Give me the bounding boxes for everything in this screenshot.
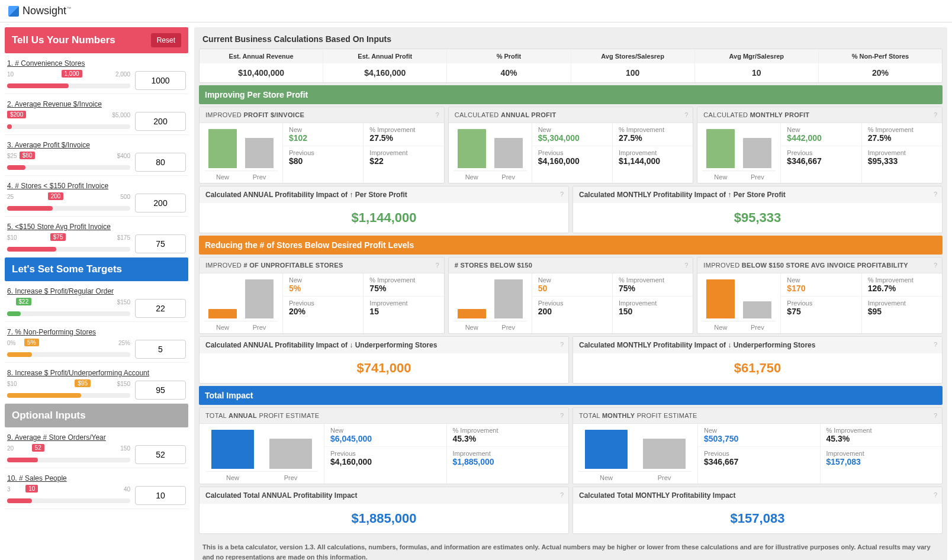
slider-input[interactable] (135, 340, 186, 359)
slider-input[interactable] (135, 381, 186, 400)
band-total-impact: Total Impact (199, 386, 943, 405)
stat-key: New (289, 126, 357, 133)
impact-header: Calculated MONTHLY Profitability Impact … (573, 186, 942, 203)
stat-prev: 200 (538, 307, 606, 316)
impact-total-monthly: ?Calculated Total MONTHLY Profitability … (573, 487, 943, 534)
slider-input[interactable] (135, 299, 186, 318)
slider-s6: 6. Increase $ Profit/Regular Order $22 $… (5, 281, 188, 322)
card-header: # STORES BELOW $150 (449, 258, 693, 273)
slider-track[interactable] (7, 124, 130, 129)
help-icon[interactable]: ? (934, 491, 937, 498)
calc-label: % Profit (447, 49, 570, 63)
impact-header: Calculated Total ANNUAL Profitability Im… (200, 487, 568, 504)
slider-input[interactable] (135, 194, 186, 213)
stat-pct: 45.3% (826, 434, 937, 443)
card-header: TOTAL MONTHLY PROFIT ESTIMATE (573, 408, 942, 424)
card-orange-c1: ? IMPROVED # OF UNPROFITABLE STORES NewP… (199, 257, 445, 334)
slider-bubble: $75 (50, 233, 66, 241)
card-green-c2: ? CALCULATED ANNUAL PROFIT NewPrev New$5… (448, 107, 694, 184)
bar-new (458, 129, 486, 168)
slider-input[interactable] (135, 71, 186, 90)
slider-input[interactable] (135, 445, 186, 464)
bar-label-prev: Prev (269, 474, 312, 481)
slider-track[interactable] (7, 458, 130, 462)
slider-label: 8. Increase $ Profit/Underperforming Acc… (7, 369, 186, 377)
help-icon[interactable]: ? (560, 341, 564, 348)
calc-label: Avg Mgr/Salesrep (695, 49, 818, 63)
card-chart: NewPrev (200, 424, 324, 484)
stat-key: % Improvement (826, 427, 937, 434)
stat-key: % Improvement (619, 276, 687, 284)
impact-annual-per-store: ?Calculated ANNUAL Profitability Impact … (199, 186, 569, 233)
calc-value: $4,160,000 (323, 63, 446, 82)
help-icon[interactable]: ? (684, 262, 688, 269)
stat-prev: $75 (787, 307, 855, 316)
stat-key: New (330, 427, 440, 434)
current-calc-row: Est. Annual Revenue$10,400,000 Est. Annu… (199, 49, 943, 83)
slider-label: 9. Average # Store Orders/Year (7, 433, 186, 442)
stat-key: Improvement (826, 450, 937, 457)
help-icon[interactable]: ? (934, 262, 937, 269)
stat-key: Previous (330, 450, 440, 457)
help-icon[interactable]: ? (560, 491, 564, 498)
stat-new: $5,304,000 (538, 133, 606, 143)
help-icon[interactable]: ? (436, 111, 439, 118)
help-icon[interactable]: ? (934, 191, 937, 198)
impact-header: Calculated Total MONTHLY Profitability I… (573, 487, 942, 504)
slider-track[interactable] (7, 311, 130, 316)
stat-key: Improvement (369, 149, 438, 156)
impact-monthly-per-store: ?Calculated MONTHLY Profitability Impact… (573, 186, 943, 233)
bar-label-new: New (208, 173, 237, 181)
slider-max: $150 (117, 299, 130, 305)
bar-prev (494, 138, 523, 168)
band-improving-profit: Improving Per Store Profit (199, 85, 943, 104)
slider-track[interactable] (7, 206, 130, 211)
slider-track[interactable] (7, 83, 130, 88)
card-header: CALCULATED MONTHLY PROFIT (697, 107, 942, 123)
slider-bubble: $95 (75, 379, 91, 387)
bar-new (208, 309, 237, 319)
slider-bubble: $200 (7, 111, 26, 118)
stat-key: Previous (538, 300, 606, 307)
slider-min: $10 (7, 234, 17, 241)
stat-prev: $4,160,000 (538, 156, 606, 166)
slider-input[interactable] (135, 486, 186, 505)
slider-min: 3 (7, 486, 11, 493)
optional-header: Optional Inputs (5, 404, 188, 427)
slider-label: 7. % Non-Performing Stores (7, 328, 186, 336)
slider-label: 6. Increase $ Profit/Regular Order (7, 287, 186, 295)
help-icon[interactable]: ? (934, 341, 937, 348)
help-icon[interactable]: ? (684, 111, 688, 118)
impact-value: $157,083 (573, 504, 942, 533)
slider-track[interactable] (7, 165, 130, 170)
help-icon[interactable]: ? (934, 111, 937, 118)
stat-key: % Improvement (369, 276, 438, 284)
slider-input[interactable] (135, 234, 186, 253)
app-header: Nowsight™ (0, 0, 952, 22)
stat-pct: 75% (619, 284, 687, 293)
slider-max: 500 (120, 194, 130, 200)
slider-label: 2. Average Revenue $/Invoice (7, 100, 186, 108)
card-header: IMPROVED PROFIT $/INVOICE (200, 107, 444, 123)
help-icon[interactable]: ? (560, 412, 564, 419)
stat-key: Improvement (619, 300, 687, 307)
slider-track[interactable] (7, 247, 130, 252)
stat-pct: 27.5% (619, 133, 687, 143)
stat-key: Previous (704, 450, 814, 457)
slider-s5: 5. <$150 Store Avg Profit Invoice $10 $7… (5, 217, 188, 258)
help-icon[interactable]: ? (560, 191, 564, 198)
help-icon[interactable]: ? (436, 262, 439, 269)
reset-button[interactable]: Reset (151, 33, 181, 47)
stat-imp: $95,333 (868, 156, 936, 166)
slider-track[interactable] (7, 393, 130, 398)
help-icon[interactable]: ? (934, 412, 937, 419)
bar-prev (743, 138, 771, 168)
bar-label-prev: Prev (494, 324, 523, 331)
stat-new: $442,000 (787, 133, 855, 143)
slider-input[interactable] (135, 112, 186, 131)
slider-track[interactable] (7, 352, 130, 357)
stat-new: $6,045,000 (330, 434, 440, 443)
bar-label-new: New (458, 173, 486, 181)
slider-track[interactable] (7, 498, 130, 503)
slider-input[interactable] (135, 153, 186, 172)
